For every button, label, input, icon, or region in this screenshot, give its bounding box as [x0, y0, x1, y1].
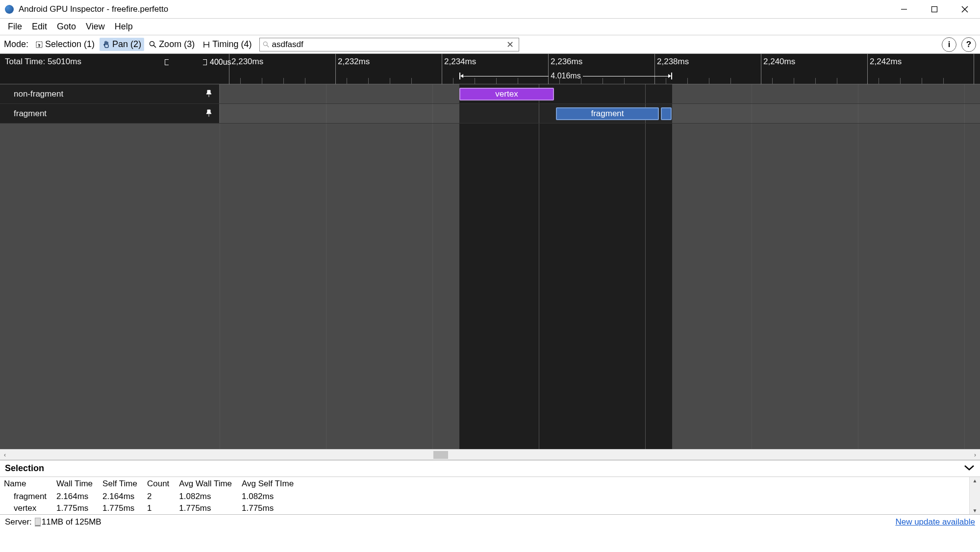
menu-edit[interactable]: Edit — [27, 20, 52, 34]
tick-label: 2,230ms — [231, 57, 263, 67]
search-input[interactable] — [270, 40, 504, 50]
cell-self: 1.775ms — [99, 502, 143, 514]
selection-header[interactable]: Selection — [0, 460, 980, 477]
col-avg-wall[interactable]: Avg Wall Time — [175, 477, 238, 491]
slice-fragment[interactable]: fragment — [556, 107, 659, 120]
tick-label: 2,240ms — [763, 57, 795, 67]
cell-wall: 1.775ms — [52, 502, 99, 514]
column-divider — [752, 84, 752, 449]
cell-wall: 2.164ms — [52, 491, 99, 502]
col-name[interactable]: Name — [0, 477, 52, 491]
scroll-right-button[interactable]: › — [970, 452, 980, 458]
cell-self: 2.164ms — [99, 491, 143, 502]
track-content[interactable]: fragment — [220, 104, 980, 123]
pin-icon[interactable] — [205, 90, 212, 100]
menu-goto[interactable]: Goto — [52, 20, 81, 34]
tick-label: 2,242ms — [870, 57, 902, 67]
scale-label: 400us — [210, 58, 231, 67]
search-icon — [263, 41, 270, 48]
tracks: non-fragment vertex fragment fragme — [0, 84, 980, 124]
mode-zoom-label: Zoom (3) — [159, 39, 195, 50]
col-wall-time[interactable]: Wall Time — [52, 477, 99, 491]
scroll-down-button[interactable]: ▼ — [973, 507, 978, 514]
menu-help[interactable]: Help — [110, 20, 138, 34]
cell-count: 1 — [143, 502, 175, 514]
column-divider — [645, 84, 646, 449]
mode-selection[interactable]: Selection (1) — [32, 38, 98, 51]
selection-region — [459, 84, 672, 449]
server-label: Server: — [5, 517, 32, 527]
close-button[interactable] — [950, 0, 980, 19]
scrollbar-track[interactable] — [10, 450, 970, 460]
cell-avg-self: 1.775ms — [238, 502, 300, 514]
update-link[interactable]: New update available — [895, 517, 975, 527]
track-label: non-fragment — [0, 84, 220, 103]
window-title: Android GPU Inspector - freefire.perfett… — [19, 4, 889, 14]
help-icon: ? — [966, 40, 971, 50]
app-icon — [5, 5, 14, 14]
selection-table: Name Wall Time Self Time Count Avg Wall … — [0, 477, 300, 514]
minimize-button[interactable] — [889, 0, 919, 19]
window-controls — [889, 0, 980, 19]
pan-icon — [102, 41, 110, 49]
mode-label: Mode: — [4, 39, 28, 50]
titlebar: Android GPU Inspector - freefire.perfett… — [0, 0, 980, 19]
cell-name: vertex — [0, 502, 52, 514]
tick-label: 2,236ms — [551, 57, 582, 67]
mode-pan[interactable]: Pan (2) — [100, 38, 144, 51]
scroll-up-button[interactable]: ▲ — [973, 477, 978, 484]
tick-label: 2,234ms — [444, 57, 476, 67]
tick-label: 2,238ms — [657, 57, 689, 67]
menu-file[interactable]: File — [3, 20, 27, 34]
timing-icon — [202, 41, 210, 49]
range-indicator: 4.016ms — [459, 70, 672, 82]
table-row[interactable]: fragment 2.164ms 2.164ms 2 1.082ms 1.082… — [0, 491, 300, 502]
menu-view[interactable]: View — [81, 20, 110, 34]
col-count[interactable]: Count — [143, 477, 175, 491]
slice-fragment-small[interactable] — [661, 107, 672, 120]
total-time-label: Total Time: 5s010ms — [5, 57, 81, 67]
toolbar: Mode: Selection (1) Pan (2) Zoom (3) Tim… — [0, 35, 980, 54]
horizontal-scrollbar[interactable]: ‹ › — [0, 449, 980, 460]
mode-selection-label: Selection (1) — [45, 39, 95, 50]
col-self-time[interactable]: Self Time — [99, 477, 143, 491]
maximize-button[interactable] — [919, 0, 950, 19]
pin-icon[interactable] — [205, 109, 212, 120]
track-row-fragment[interactable]: fragment fragment — [0, 104, 980, 124]
search-box: ✕ — [259, 38, 519, 51]
selection-vscroll[interactable]: ▲ ▼ — [969, 477, 980, 514]
help-button[interactable]: ? — [961, 37, 976, 52]
selection-icon — [35, 41, 43, 49]
table-row[interactable]: vertex 1.775ms 1.775ms 1 1.775ms 1.775ms — [0, 502, 300, 514]
scroll-left-button[interactable]: ‹ — [0, 452, 10, 458]
info-button[interactable]: i — [942, 37, 956, 52]
mode-pan-label: Pan (2) — [112, 39, 141, 50]
cell-avg-wall: 1.082ms — [175, 491, 238, 502]
time-ruler[interactable]: Total Time: 5s010ms 400us 2,230ms 2,232m… — [0, 54, 980, 84]
selection-panel: Selection Name Wall Time Self Time Count… — [0, 460, 980, 514]
tick-label: 2,232ms — [338, 57, 370, 67]
svg-rect-1 — [932, 6, 937, 12]
timeline[interactable]: Total Time: 5s010ms 400us 2,230ms 2,232m… — [0, 54, 980, 449]
track-name: fragment — [14, 109, 47, 119]
track-label: fragment — [0, 104, 220, 123]
mode-zoom[interactable]: Zoom (3) — [146, 38, 198, 51]
cell-name: fragment — [0, 491, 52, 502]
col-avg-self[interactable]: Avg Self TIme — [238, 477, 300, 491]
search-clear-button[interactable]: ✕ — [504, 39, 516, 50]
column-divider — [220, 84, 220, 449]
svg-line-6 — [154, 45, 156, 48]
info-icon: i — [948, 40, 951, 50]
maximize-icon — [931, 6, 938, 13]
minimize-icon — [901, 6, 907, 13]
mode-timing[interactable]: Timing (4) — [200, 38, 254, 51]
scrollbar-thumb[interactable] — [433, 451, 448, 459]
chevron-down-icon[interactable] — [963, 463, 975, 474]
mode-timing-label: Timing (4) — [212, 39, 251, 50]
track-content[interactable]: vertex — [220, 84, 980, 103]
column-divider — [432, 84, 433, 449]
zoom-icon — [149, 41, 157, 49]
slice-vertex[interactable]: vertex — [459, 88, 554, 100]
cell-avg-wall: 1.775ms — [175, 502, 238, 514]
track-row-non-fragment[interactable]: non-fragment vertex — [0, 84, 980, 104]
